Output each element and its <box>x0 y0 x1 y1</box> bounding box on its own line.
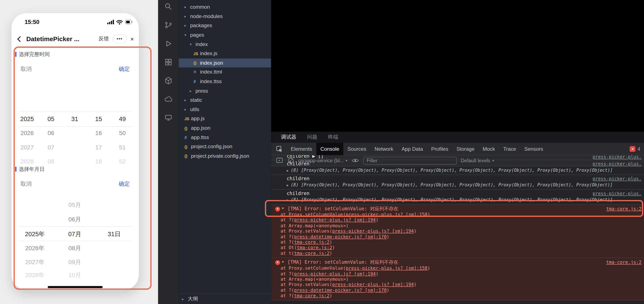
cloud-icon[interactable] <box>164 95 173 103</box>
stack-line: at Array.map(<anonymous>) <box>280 223 642 229</box>
expand-icon[interactable]: ▶ <box>282 260 284 263</box>
source-link[interactable]: press-picker-plus. <box>592 191 642 197</box>
tab-app-data[interactable]: App Data <box>398 143 427 155</box>
stack-source-link[interactable]: press-picker-plus.js? [sm]:158 <box>346 212 428 217</box>
stack-line: at Proxy.setColumnValue(press-picker-plu… <box>280 265 642 271</box>
section-label-datetime: 选择完整时间 <box>15 51 50 58</box>
chevron-right-icon: ▸ <box>182 297 188 301</box>
tree-item-project-private-config[interactable]: {}project.private.config.json <box>178 151 271 161</box>
stack-source-link[interactable]: press-picker-plus.js? [sm]:194 <box>332 282 414 287</box>
tab-profiles[interactable]: Profiles <box>427 143 452 155</box>
tab-elements[interactable]: Elements <box>287 143 316 155</box>
outline-section[interactable]: ▸ 大纲 <box>178 293 271 304</box>
picker-cell: 08 <box>39 158 62 165</box>
expand-icon[interactable]: ▶ <box>282 206 284 210</box>
tree-item-pages[interactable]: ▾pages <box>178 30 271 40</box>
picker-cell: 06 <box>39 130 62 137</box>
expand-icon[interactable]: ▶ <box>287 169 288 172</box>
tab-storage[interactable]: Storage <box>452 143 478 155</box>
error-count-badge[interactable]: × 4 <box>630 143 640 155</box>
tab-trace[interactable]: Trace <box>499 143 520 155</box>
picker-cell: 06月 <box>58 216 91 223</box>
monitor-icon[interactable] <box>164 114 173 122</box>
chevron-right-icon: ▸ <box>184 5 190 9</box>
ide-window: 15:50 DatetimePicker ... <box>0 0 644 304</box>
stack-source-link[interactable]: tma-core.js:2 <box>294 293 330 298</box>
phone-frame: 15:50 DatetimePicker ... <box>12 13 139 290</box>
close-icon[interactable]: × <box>130 36 134 42</box>
tab-debugger[interactable]: 调试器 <box>281 134 296 141</box>
stack-source-link[interactable]: press-datetime-picker.js? [sm]:170 <box>294 234 386 239</box>
stack-source-link[interactable]: press-picker-plus.js? [sm]:194 <box>294 271 376 276</box>
source-control-icon[interactable] <box>164 21 173 29</box>
picker-cell: 07 <box>39 144 62 151</box>
tree-item-packages[interactable]: ▸packages <box>178 21 271 30</box>
inspect-element-icon[interactable] <box>276 145 283 152</box>
tree-item-app-js[interactable]: JSapp.js <box>178 114 271 123</box>
source-link[interactable]: tma-core.js:2 <box>606 206 642 212</box>
tree-item-app-json[interactable]: {}app.json <box>178 123 271 133</box>
json-file-icon: {} <box>193 61 200 65</box>
confirm-button[interactable]: 确定 <box>119 180 130 187</box>
expand-icon[interactable]: ▶ <box>287 198 288 202</box>
stack-source-link[interactable]: press-picker-plus.js? [sm]:194 <box>332 229 414 234</box>
confirm-button[interactable]: 确定 <box>119 66 130 72</box>
tab-sources[interactable]: Sources <box>343 143 370 155</box>
source-link[interactable]: press-picker-plus. <box>592 155 642 160</box>
error-badge-icon: × <box>630 146 636 152</box>
stack-source-link[interactable]: tma-core.js:2 <box>297 245 332 250</box>
tree-item-index-ttss[interactable]: #index.ttss <box>178 77 271 86</box>
tree-item-node-modules[interactable]: ▸node-modules <box>178 12 271 21</box>
error-log-entry: × ▶ [TMA] Error: setColumnValue: 对应列不存在 … <box>271 258 644 300</box>
editor-area <box>271 0 644 132</box>
tree-item-index[interactable]: ▾index <box>178 40 271 49</box>
tab-mock[interactable]: Mock <box>478 143 499 155</box>
tab-problems[interactable]: 问题 <box>307 134 317 141</box>
picker-cell: 05 <box>39 115 62 122</box>
tree-item-common[interactable]: ▸common <box>178 3 271 12</box>
tree-item-utils[interactable]: ▸utils <box>178 105 271 114</box>
tab-sensors[interactable]: Sensors <box>520 143 547 155</box>
source-link[interactable]: tma-core.js:2 <box>606 260 642 265</box>
tree-item-project-config[interactable]: {}project.config.json <box>178 142 271 151</box>
search-icon[interactable] <box>164 3 173 11</box>
stack-source-link[interactable]: press-datetime-picker.js? [sm]:170 <box>294 287 386 293</box>
simulator-panel: 15:50 DatetimePicker ... <box>0 0 158 304</box>
console-log: children ▶ [] press-picker-plus. childre… <box>271 155 644 304</box>
stack-source-link[interactable]: press-picker-plus.js? [sm]:158 <box>346 265 428 271</box>
extensions-icon[interactable] <box>164 58 173 66</box>
stack-source-link[interactable]: tma-core.js:2 <box>294 251 330 256</box>
chevron-right-icon: ▸ <box>184 15 190 19</box>
tree-item-app-ttss[interactable]: #app.ttss <box>178 133 271 142</box>
source-link[interactable]: press-picker-plus. <box>592 176 642 182</box>
more-menu-button[interactable]: ••• <box>112 35 127 43</box>
chevron-right-icon: ▸ <box>184 24 190 28</box>
tree-item-static[interactable]: ▸static <box>178 95 271 105</box>
chevron-down-icon: ▾ <box>190 42 196 46</box>
cancel-button[interactable]: 取消 <box>20 66 32 72</box>
ttss-file-icon: # <box>184 135 191 140</box>
run-debug-icon[interactable] <box>164 39 173 48</box>
cancel-button[interactable]: 取消 <box>20 180 32 187</box>
source-link[interactable]: press-picker-plus. <box>592 161 642 167</box>
package-icon[interactable] <box>164 77 173 85</box>
stack-source-link[interactable]: tma-core.js:2 <box>294 240 330 245</box>
stack-source-link[interactable]: press-picker-plus.js? [sm]:194 <box>294 218 376 223</box>
back-icon[interactable] <box>17 36 23 42</box>
tree-item-index-ttml[interactable]: ≡index.ttml <box>178 68 271 77</box>
stack-line: at ?(press-datetime-picker.js? [sm]:170) <box>280 234 642 240</box>
expand-icon[interactable]: ▶ <box>287 184 288 187</box>
stack-line: at Array.map(<anonymous>) <box>280 276 642 282</box>
tab-console[interactable]: Console <box>316 143 343 155</box>
feedback-button[interactable]: 反馈 <box>98 35 109 42</box>
tree-item-index-js[interactable]: JSindex.js <box>178 49 271 58</box>
picker-cell: 52 <box>111 158 134 165</box>
tab-network[interactable]: Network <box>370 143 398 155</box>
signal-wifi-battery-icon <box>107 19 133 25</box>
accent-bar <box>15 167 16 172</box>
tab-terminal[interactable]: 终端 <box>328 134 338 141</box>
picker-divider <box>18 241 132 241</box>
nav-bar: DatetimePicker ... 反馈 ••• × <box>12 33 139 46</box>
tree-item-index-json[interactable]: {}index.json <box>178 58 271 68</box>
tree-item-press[interactable]: ▸press <box>178 86 271 95</box>
